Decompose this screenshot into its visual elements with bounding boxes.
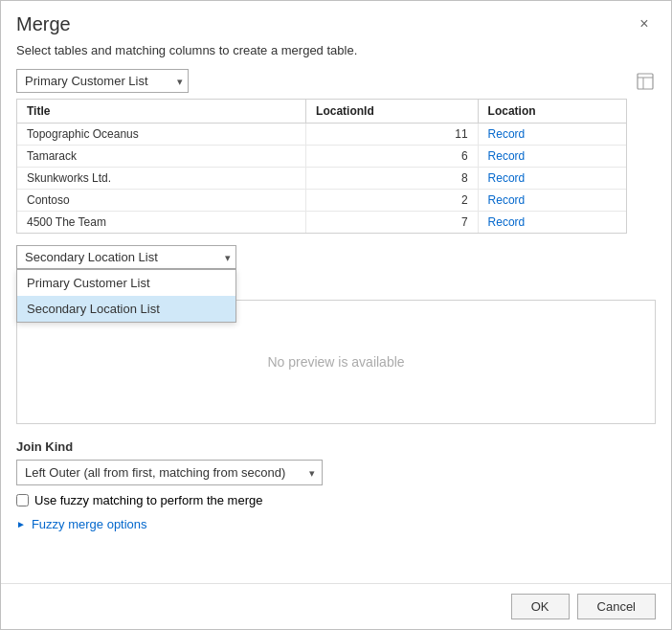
join-dropdown-wrapper: Left Outer (all from first, matching fro… <box>16 460 323 485</box>
cell-title: Skunkworks Ltd. <box>17 168 306 190</box>
svg-rect-0 <box>638 74 653 89</box>
dialog-body: Primary Customer List Title LocationId L… <box>1 69 671 583</box>
join-kind-dropdown[interactable]: Left Outer (all from first, matching fro… <box>16 460 323 485</box>
secondary-section: Primary Customer List Secondary Location… <box>16 245 656 424</box>
cell-location: Record <box>478 190 626 212</box>
dialog-title: Merge <box>16 13 71 35</box>
cell-location: Record <box>478 124 626 146</box>
cell-title: Topographic Oceanus <box>17 124 306 146</box>
join-label: Join Kind <box>16 439 656 454</box>
fuzzy-options-toggle[interactable]: ► Fuzzy merge options <box>16 517 656 531</box>
table-row: Skunkworks Ltd. 8 Record <box>17 168 626 190</box>
join-section: Join Kind Left Outer (all from first, ma… <box>16 432 656 535</box>
dialog-subtitle: Select tables and matching columns to cr… <box>1 39 671 69</box>
cancel-button[interactable]: Cancel <box>577 594 656 619</box>
table-row: Topographic Oceanus 11 Record <box>17 124 626 146</box>
cell-locationid: 2 <box>306 190 478 212</box>
merge-dialog: Merge × Select tables and matching colum… <box>0 0 672 630</box>
primary-table: Title LocationId Location Topographic Oc… <box>17 100 626 233</box>
primary-select-row: Primary Customer List <box>16 69 627 93</box>
cell-locationid: 8 <box>306 168 478 190</box>
primary-section: Primary Customer List Title LocationId L… <box>16 69 656 234</box>
dropdown-option-secondary[interactable]: Secondary Location List <box>17 296 235 322</box>
secondary-dropdown-list: Primary Customer List Secondary Location… <box>16 269 236 323</box>
cell-locationid: 7 <box>306 212 478 234</box>
table-row: Contoso 2 Record <box>17 190 626 212</box>
cell-locationid: 11 <box>306 124 478 146</box>
dropdown-option-primary[interactable]: Primary Customer List <box>17 270 235 296</box>
primary-table-container: Title LocationId Location Topographic Oc… <box>16 99 627 234</box>
cell-title: Tamarack <box>17 146 306 168</box>
fuzzy-checkbox-row: Use fuzzy matching to perform the merge <box>16 493 656 507</box>
primary-section-main: Primary Customer List Title LocationId L… <box>16 69 627 234</box>
secondary-dropdown-container: Primary Customer List Secondary Location… <box>16 245 656 269</box>
close-button[interactable]: × <box>633 12 656 35</box>
fuzzy-options-label: Fuzzy merge options <box>32 517 147 531</box>
table-icon[interactable] <box>635 71 656 95</box>
cell-location: Record <box>478 212 626 234</box>
cell-location: Record <box>478 168 626 190</box>
cell-location: Record <box>478 146 626 168</box>
secondary-table-dropdown[interactable]: Primary Customer List Secondary Location… <box>16 245 236 269</box>
fuzzy-checkbox-label: Use fuzzy matching to perform the merge <box>34 493 262 507</box>
table-row: 4500 The Team 7 Record <box>17 212 626 234</box>
cell-locationid: 6 <box>306 146 478 168</box>
col-location: Location <box>478 100 626 124</box>
fuzzy-checkbox[interactable] <box>16 494 29 506</box>
ok-button[interactable]: OK <box>511 594 570 619</box>
col-locationid: LocationId <box>306 100 478 124</box>
primary-table-header-row: Title LocationId Location <box>17 100 626 124</box>
primary-dropdown-wrapper: Primary Customer List <box>16 69 189 93</box>
primary-table-dropdown[interactable]: Primary Customer List <box>16 69 189 93</box>
secondary-dropdown-wrapper: Primary Customer List Secondary Location… <box>16 245 236 269</box>
cell-title: 4500 The Team <box>17 212 306 234</box>
cell-title: Contoso <box>17 190 306 212</box>
dialog-footer: OK Cancel <box>1 583 671 629</box>
col-title: Title <box>17 100 306 124</box>
chevron-right-icon: ► <box>16 519 26 529</box>
preview-text: No preview is available <box>267 354 404 370</box>
table-row: Tamarack 6 Record <box>17 146 626 168</box>
dialog-header: Merge × <box>1 1 671 39</box>
